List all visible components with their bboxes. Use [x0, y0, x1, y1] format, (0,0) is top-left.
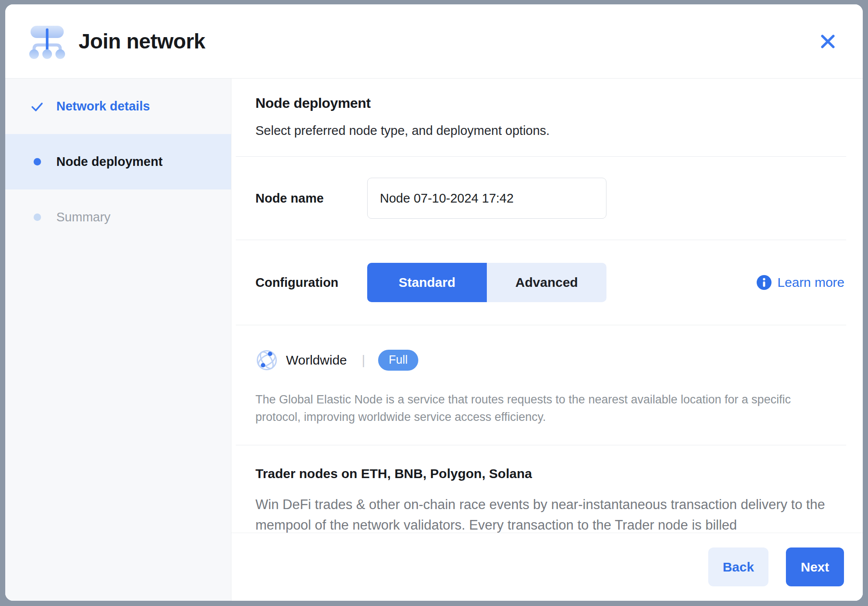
globe-icon — [255, 349, 278, 372]
sidebar-item-summary[interactable]: Summary — [5, 189, 231, 245]
close-button[interactable] — [816, 29, 840, 54]
modal-header: Join network — [5, 4, 863, 79]
next-button[interactable]: Next — [786, 547, 844, 586]
configuration-option-standard[interactable]: Standard — [367, 263, 487, 302]
trader-heading: Trader nodes on ETH, BNB, Polygon, Solan… — [255, 466, 844, 481]
step-label: Network details — [56, 99, 150, 114]
node-name-label: Node name — [255, 191, 367, 206]
node-name-input[interactable] — [367, 178, 606, 219]
modal-body: Network details Node deployment Summary … — [5, 79, 863, 601]
main-panel: Node deployment Select preferred node ty… — [231, 79, 863, 601]
info-icon — [757, 275, 772, 290]
trader-description: Win DeFi trades & other on-chain race ev… — [255, 494, 843, 533]
configuration-row: Configuration Standard Advanced Learn mo… — [231, 240, 863, 325]
close-icon — [819, 32, 837, 51]
content-scroll-area: Node deployment Select preferred node ty… — [231, 79, 863, 533]
inactive-dot-icon — [30, 213, 44, 221]
pipe-separator: | — [362, 353, 365, 368]
step-label: Node deployment — [56, 155, 162, 169]
back-button[interactable]: Back — [708, 547, 768, 586]
step-label: Summary — [56, 210, 110, 224]
join-network-modal: Join network Network details Node deploy… — [5, 4, 863, 601]
active-dot-icon — [30, 158, 44, 165]
node-name-row: Node name — [231, 157, 863, 240]
section-title: Node deployment — [255, 95, 844, 111]
learn-more-label: Learn more — [778, 275, 844, 290]
section-subtitle: Select preferred node type, and deployme… — [255, 124, 844, 138]
region-name: Worldwide — [286, 353, 347, 368]
network-hierarchy-icon — [28, 22, 66, 61]
checkmark-icon — [30, 100, 44, 114]
region-section: Worldwide | Full The Global Elastic Node… — [231, 325, 863, 426]
configuration-option-advanced[interactable]: Advanced — [487, 263, 606, 302]
page-title: Join network — [79, 29, 205, 53]
sidebar-item-network-details[interactable]: Network details — [5, 79, 231, 134]
configuration-label: Configuration — [255, 275, 367, 290]
learn-more-link[interactable]: Learn more — [757, 275, 844, 290]
steps-sidebar: Network details Node deployment Summary — [5, 79, 231, 601]
modal-footer: Back Next — [231, 533, 863, 601]
configuration-toggle: Standard Advanced — [367, 263, 606, 302]
trader-section: Trader nodes on ETH, BNB, Polygon, Solan… — [231, 445, 863, 533]
status-badge: Full — [378, 350, 418, 370]
sidebar-item-node-deployment[interactable]: Node deployment — [5, 134, 231, 189]
region-description: The Global Elastic Node is a service tha… — [255, 391, 810, 426]
